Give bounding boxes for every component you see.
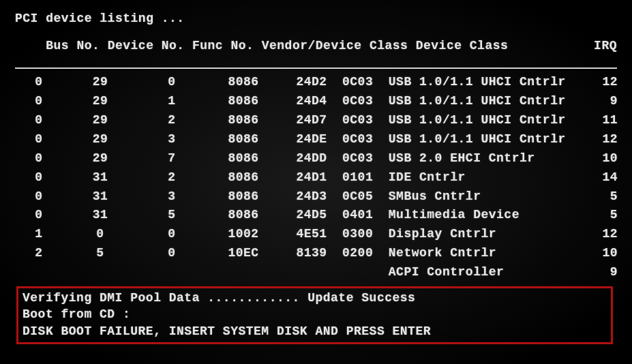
- table-row: 10010024E510300 Display Cntrlr12: [15, 225, 617, 244]
- bus-no: 2: [15, 244, 63, 263]
- func-no: 0: [138, 225, 206, 244]
- device-description: 0101 IDE Cntrlr: [342, 168, 588, 187]
- table-row: 0312808624D10101 IDE Cntrlr14: [15, 168, 617, 187]
- irq-value: 12: [588, 130, 618, 149]
- boot-error-highlight-box: Verifying DMI Pool Data ............ Upd…: [16, 286, 613, 344]
- vendor-id: 10EC: [206, 244, 281, 263]
- vendor-id: 8086: [206, 168, 281, 187]
- table-row: 25010EC81390200 Network Cntrlr10: [15, 244, 617, 263]
- table-row: 0293808624DE0C03 USB 1.0/1.1 UHCI Cntrlr…: [15, 130, 617, 149]
- columns-header: Bus No. Device No. Func No. Vendor/Devic…: [46, 39, 508, 52]
- func-no: 0: [138, 244, 206, 263]
- device-description: 0C03 USB 1.0/1.1 UHCI Cntrlr: [342, 130, 588, 149]
- dmi-verify-line: Verifying DMI Pool Data ............ Upd…: [22, 290, 607, 306]
- device-description: 0401 Multimedia Device: [342, 206, 588, 225]
- device-class-code: 4E51: [281, 225, 342, 244]
- device-no: 5: [63, 244, 138, 263]
- device-no: 0: [63, 225, 138, 244]
- irq-value: 10: [588, 149, 618, 168]
- device-class-code: 8139: [281, 244, 342, 263]
- bus-no: 0: [15, 187, 63, 207]
- bus-no: 0: [15, 111, 63, 130]
- device-description: 0200 Network Cntrlr: [342, 244, 588, 263]
- vendor-id: 8086: [206, 92, 281, 111]
- bus-no: 0: [15, 206, 63, 225]
- device-class-code: 24D7: [281, 111, 342, 130]
- device-class-code: 24D3: [281, 187, 342, 207]
- vendor-id: 8086: [206, 206, 281, 225]
- device-no: 31: [63, 187, 138, 207]
- bus-no: 0: [15, 92, 63, 111]
- device-description: 0C03 USB 1.0/1.1 UHCI Cntrlr: [342, 73, 588, 92]
- bus-no: 0: [15, 149, 63, 168]
- column-header-line: Bus No. Device No. Func No. Vendor/Devic…: [15, 26, 617, 66]
- table-row: 0291808624D40C03 USB 1.0/1.1 UHCI Cntrlr…: [15, 92, 617, 111]
- device-no: 31: [63, 206, 138, 225]
- irq-value: 12: [588, 73, 618, 92]
- device-no: 29: [63, 130, 138, 149]
- irq-value: 5: [588, 206, 618, 225]
- header-divider: [15, 67, 617, 69]
- func-no: 5: [138, 206, 206, 225]
- vendor-id: 8086: [206, 73, 281, 92]
- bus-no: 1: [15, 225, 63, 244]
- irq-header: IRQ: [594, 40, 617, 53]
- func-no: 2: [138, 168, 206, 187]
- device-description: 0C03 USB 1.0/1.1 UHCI Cntrlr: [342, 111, 588, 130]
- table-row: 0290808624D20C03 USB 1.0/1.1 UHCI Cntrlr…: [15, 73, 617, 92]
- irq-value: 12: [588, 225, 618, 244]
- device-class-code: 24DE: [281, 130, 342, 149]
- irq-value: 9: [588, 263, 618, 282]
- table-row: 0315808624D50401 Multimedia Device5: [15, 206, 617, 225]
- irq-value: 5: [588, 187, 618, 207]
- irq-value: 11: [588, 111, 618, 130]
- pci-device-table: 0290808624D20C03 USB 1.0/1.1 UHCI Cntrlr…: [15, 73, 617, 282]
- vendor-id: 8086: [206, 149, 281, 168]
- vendor-id: 8086: [206, 130, 281, 149]
- device-class-code: 24D5: [281, 206, 342, 225]
- vendor-id: 8086: [206, 111, 281, 130]
- device-description: ACPI Controller: [342, 263, 588, 282]
- pci-listing-title: PCI device listing ...: [15, 12, 617, 26]
- device-no: 29: [63, 92, 138, 111]
- device-class-code: 24D4: [281, 92, 342, 111]
- irq-value: 14: [588, 168, 618, 187]
- func-no: 1: [138, 92, 206, 111]
- device-class-code: 24D1: [281, 168, 342, 187]
- boot-from-cd-line: Boot from CD :: [22, 306, 607, 322]
- table-row-acpi: ACPI Controller9: [15, 263, 617, 282]
- func-no: 7: [138, 149, 206, 168]
- device-no: 29: [63, 111, 138, 130]
- device-description: 0300 Display Cntrlr: [342, 225, 588, 244]
- device-class-code: 24DD: [281, 149, 342, 168]
- table-row: 0292808624D70C03 USB 1.0/1.1 UHCI Cntrlr…: [15, 111, 617, 130]
- func-no: 3: [138, 187, 206, 207]
- device-no: 29: [63, 73, 138, 92]
- vendor-id: 1002: [206, 225, 281, 244]
- bus-no: 0: [15, 168, 63, 187]
- func-no: 2: [138, 111, 206, 130]
- table-row: 0313808624D30C05 SMBus Cntrlr5: [15, 187, 617, 207]
- device-description: 0C03 USB 2.0 EHCI Cntrlr: [342, 149, 588, 168]
- device-description: 0C03 USB 1.0/1.1 UHCI Cntrlr: [342, 92, 588, 111]
- irq-value: 9: [588, 92, 618, 111]
- disk-boot-failure-line: DISK BOOT FAILURE, INSERT SYSTEM DISK AN…: [22, 323, 607, 339]
- bios-post-screen: PCI device listing ... Bus No. Device No…: [0, 0, 632, 351]
- vendor-id: 8086: [206, 187, 281, 207]
- device-no: 29: [63, 149, 138, 168]
- device-class-code: 24D2: [281, 73, 342, 92]
- bus-no: 0: [15, 130, 63, 149]
- bus-no: 0: [15, 73, 63, 92]
- func-no: 3: [138, 130, 206, 149]
- device-description: 0C05 SMBus Cntrlr: [342, 187, 588, 207]
- irq-value: 10: [588, 244, 618, 263]
- table-row: 0297808624DD0C03 USB 2.0 EHCI Cntrlr10: [15, 149, 617, 168]
- device-no: 31: [63, 168, 138, 187]
- func-no: 0: [138, 73, 206, 92]
